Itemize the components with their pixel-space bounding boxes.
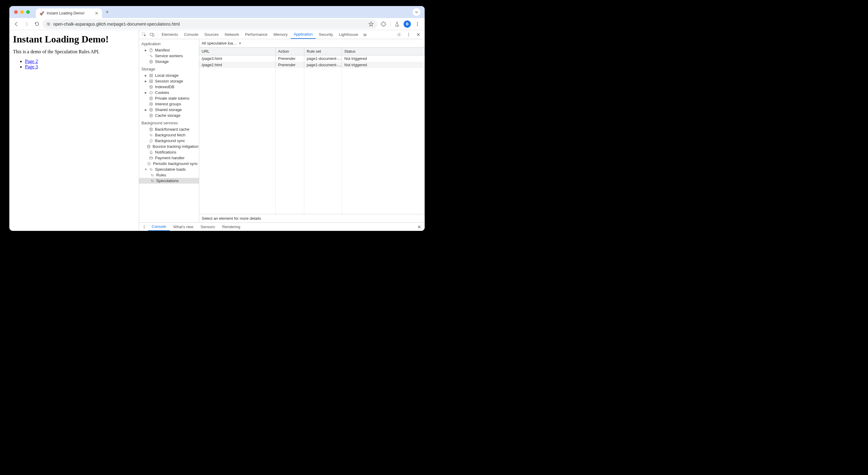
devtools-tab-elements[interactable]: Elements xyxy=(159,30,181,39)
sidebar-item-interest-groups[interactable]: Interest groups xyxy=(139,101,199,107)
sidebar-item-back-forward-cache[interactable]: Back/forward cache xyxy=(139,126,199,132)
svg-point-7 xyxy=(417,22,418,23)
table-row[interactable]: /page2.htmlPrerenderpage1-document-…Not … xyxy=(199,62,425,68)
minimize-window-button[interactable] xyxy=(20,10,24,14)
expand-arrow-icon: ▶ xyxy=(145,49,147,52)
svg-point-6 xyxy=(397,25,398,26)
url-text: open-chalk-asparagus.glitch.me/page1-doc… xyxy=(53,22,180,27)
sidebar-item-speculations[interactable]: Speculations xyxy=(139,178,199,184)
profile-avatar[interactable]: B xyxy=(404,21,411,28)
sidebar-item-background-fetch[interactable]: Background fetch xyxy=(139,132,199,138)
device-toggle-button[interactable] xyxy=(148,32,156,37)
reload-icon xyxy=(34,21,39,27)
db-icon xyxy=(149,102,153,106)
sidebar-item-bounce-tracking-mitigation[interactable]: Bounce tracking mitigation xyxy=(139,144,199,149)
table-row[interactable]: /page3.htmlPrerenderpage1-document-…Not … xyxy=(199,55,425,62)
tab-close-button[interactable]: ✕ xyxy=(95,11,98,16)
page-subtext: This is a demo of the Speculation Rules … xyxy=(13,49,135,55)
sidebar-item-payment-handler[interactable]: Payment handler xyxy=(139,155,199,161)
cookie-icon xyxy=(149,90,153,95)
page-link[interactable]: Page 3 xyxy=(25,64,38,69)
drawer-tab-sensors[interactable]: Sensors xyxy=(197,223,219,231)
clock-icon xyxy=(147,161,151,166)
sidebar-item-storage[interactable]: Storage xyxy=(139,59,199,64)
svg-rect-0 xyxy=(46,23,48,23)
browser-window: 🚀 Instant Loading Demo! ✕ + open-chalk-a… xyxy=(9,6,425,231)
extensions-button[interactable] xyxy=(380,21,387,28)
page-link[interactable]: Page 2 xyxy=(25,59,38,64)
devtools-drawer: ConsoleWhat's newSensorsRendering xyxy=(139,222,425,231)
drawer-tab-what-s-new[interactable]: What's new xyxy=(170,223,197,231)
window-controls xyxy=(11,10,33,14)
devtools-tab-application[interactable]: Application xyxy=(291,30,316,39)
devtools-tab-memory[interactable]: Memory xyxy=(271,30,291,39)
speculations-table: URL Action Rule set Status /page3.htmlPr… xyxy=(199,48,425,222)
sidebar-item-local-storage[interactable]: ▶Local storage xyxy=(139,72,199,78)
maximize-window-button[interactable] xyxy=(26,10,30,14)
column-header-ruleset[interactable]: Rule set xyxy=(304,48,342,55)
dropdown-label[interactable]: All speculative loa… xyxy=(202,41,237,46)
site-settings-icon[interactable] xyxy=(46,22,51,27)
svg-point-15 xyxy=(408,34,409,35)
close-window-button[interactable] xyxy=(14,10,18,14)
bookmark-button[interactable] xyxy=(368,21,374,27)
db-icon xyxy=(149,59,153,64)
devtools-close-button[interactable] xyxy=(414,33,422,36)
cell-status: Not triggered xyxy=(342,62,425,68)
devtools-tab-lighthouse[interactable]: Lighthouse xyxy=(336,30,361,39)
browser-tab[interactable]: 🚀 Instant Loading Demo! ✕ xyxy=(36,8,102,18)
sidebar-item-service-workers[interactable]: Service workers xyxy=(139,53,199,59)
sidebar-item-label: Notifications xyxy=(155,150,176,154)
sidebar-item-label: Session storage xyxy=(155,79,183,83)
sidebar-item-notifications[interactable]: Notifications xyxy=(139,149,199,155)
file-icon xyxy=(149,48,153,52)
column-header-action[interactable]: Action xyxy=(276,48,304,55)
drawer-close-button[interactable] xyxy=(415,225,424,229)
devtools-tab-security[interactable]: Security xyxy=(316,30,336,39)
drawer-menu-button[interactable] xyxy=(140,225,148,229)
chrome-menu-button[interactable] xyxy=(414,21,421,28)
sidebar-item-background-sync[interactable]: Background sync xyxy=(139,138,199,144)
forward-button[interactable] xyxy=(22,20,31,29)
svg-point-22 xyxy=(150,85,152,86)
labs-button[interactable] xyxy=(393,21,401,28)
devtools-tab-console[interactable]: Console xyxy=(181,30,202,39)
kebab-icon xyxy=(407,32,411,37)
sidebar-item-speculative-loads[interactable]: ▼Speculative loads xyxy=(139,167,199,172)
tab-overflow-button[interactable] xyxy=(413,8,421,16)
sidebar-item-cookies[interactable]: ▶Cookies xyxy=(139,90,199,95)
browser-toolbar: open-chalk-asparagus.glitch.me/page1-doc… xyxy=(9,18,425,30)
reload-button[interactable] xyxy=(32,20,41,29)
sidebar-item-private-state-tokens[interactable]: Private state tokens xyxy=(139,95,199,101)
sidebar-item-indexeddb[interactable]: IndexedDB xyxy=(139,84,199,90)
devtools-tab-sources[interactable]: Sources xyxy=(202,30,222,39)
sidebar-section-header: Background services xyxy=(139,119,199,126)
dropdown-arrow-icon[interactable]: ▼ xyxy=(239,42,241,45)
drawer-tab-console[interactable]: Console xyxy=(148,223,170,231)
devtools-menu-button[interactable] xyxy=(405,32,413,37)
chevron-down-icon xyxy=(415,10,418,13)
arrow-right-icon xyxy=(24,21,29,27)
sidebar-item-session-storage[interactable]: ▶Session storage xyxy=(139,78,199,84)
devtools-tab-network[interactable]: Network xyxy=(222,30,242,39)
new-tab-button[interactable]: + xyxy=(102,9,113,16)
back-button[interactable] xyxy=(12,20,21,29)
sidebar-item-label: Speculations xyxy=(156,178,179,183)
sidebar-item-manifest[interactable]: ▶Manifest xyxy=(139,47,199,53)
more-tabs-button[interactable] xyxy=(361,32,369,37)
sidebar-item-rules[interactable]: Rules xyxy=(139,172,199,178)
cell-url: /page3.html xyxy=(199,55,276,62)
cell-action: Prerender xyxy=(276,62,304,68)
sidebar-item-cache-storage[interactable]: Cache storage xyxy=(139,113,199,118)
devtools-tab-performance[interactable]: Performance xyxy=(242,30,270,39)
sidebar-item-periodic-background-sync[interactable]: Periodic background sync xyxy=(139,161,199,167)
inspect-element-button[interactable] xyxy=(140,32,148,37)
drawer-tab-rendering[interactable]: Rendering xyxy=(218,223,244,231)
address-bar[interactable]: open-chalk-asparagus.glitch.me/page1-doc… xyxy=(42,19,377,29)
sidebar-item-shared-storage[interactable]: ▶Shared storage xyxy=(139,107,199,113)
sidebar-item-label: Private state tokens xyxy=(155,96,189,100)
devtools-settings-button[interactable] xyxy=(395,32,403,37)
column-header-url[interactable]: URL xyxy=(199,48,276,55)
db-icon xyxy=(149,113,153,118)
column-header-status[interactable]: Status xyxy=(342,48,425,55)
